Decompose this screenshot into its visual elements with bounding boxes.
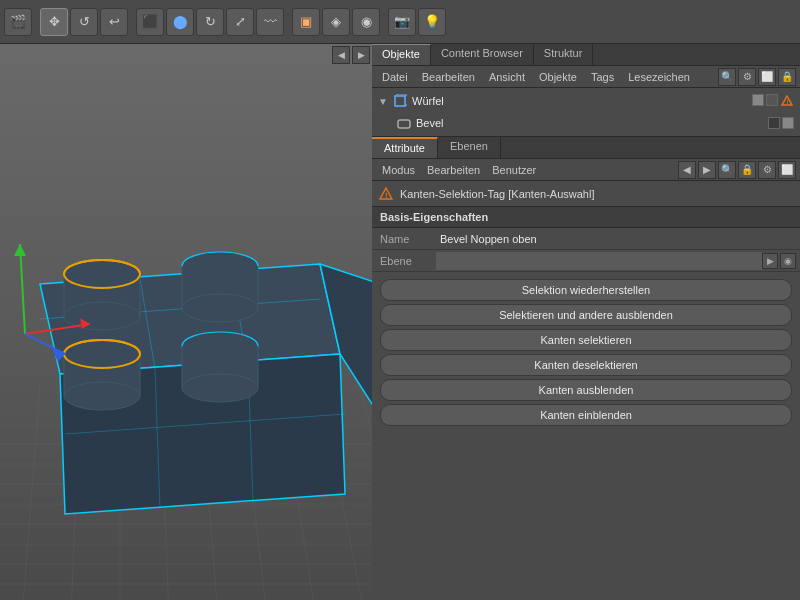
deselect-edges-button[interactable]: Kanten deselektieren [380,354,792,376]
menu-bearbeiten[interactable]: Bearbeiten [416,69,481,85]
nav-search-btn[interactable]: 🔍 [718,161,736,179]
indicator-1[interactable] [752,94,764,106]
svg-point-42 [64,382,140,410]
object-indicators-bevel [768,117,794,129]
prop-row-name: Name Bevel Noppen oben [372,228,800,250]
show-edges-button[interactable]: Kanten einblenden [380,404,792,426]
warning-badge: ! [780,94,794,108]
svg-point-48 [182,374,258,402]
object-name-wuerfel: Würfel [412,95,748,107]
spline-tool[interactable]: 〰 [256,8,284,36]
cube-tool[interactable]: ⬛ [136,8,164,36]
camera-tool[interactable]: 📷 [388,8,416,36]
scale-tool[interactable]: ⤢ [226,8,254,36]
tab-ebenen[interactable]: Ebenen [438,137,501,158]
top-tabs: Objekte Content Browser Struktur [372,44,800,66]
menu-ansicht[interactable]: Ansicht [483,69,531,85]
file-tool[interactable]: 🎬 [4,8,32,36]
search-icon-btn[interactable]: 🔍 [718,68,736,86]
menu-tags[interactable]: Tags [585,69,620,85]
attr-nav-icons: ◀ ▶ 🔍 🔒 ⚙ ⬜ [678,161,796,179]
svg-point-37 [182,294,258,322]
undo-tool[interactable]: ↩ [100,8,128,36]
prop-label-layer: Ebene [376,255,436,267]
object-item-wuerfel[interactable]: ▼ Würfel ! [376,90,796,112]
prop-value-name: Bevel Noppen oben [436,233,796,245]
tab-struktur[interactable]: Struktur [534,44,594,65]
svg-text:!: ! [385,191,388,200]
3d-viewport[interactable]: ◀ ▶ [0,44,372,600]
svg-rect-57 [395,96,405,106]
window-icon-btn[interactable]: ⬜ [758,68,776,86]
viewport-nav: ◀ ▶ [330,44,372,66]
nav-lock-btn[interactable]: 🔒 [738,161,756,179]
viewport-nav-left[interactable]: ◀ [332,46,350,64]
object-menu-bar: Datei Bearbeiten Ansicht Objekte Tags Le… [372,66,800,88]
attr-menu-bearbeiten[interactable]: Bearbeiten [421,162,486,178]
indicator-bevel-2[interactable] [782,117,794,129]
tab-content-browser[interactable]: Content Browser [431,44,534,65]
hide-edges-button[interactable]: Kanten ausblenden [380,379,792,401]
right-panel: Objekte Content Browser Struktur Datei B… [372,44,800,600]
tab-objekte[interactable]: Objekte [372,44,431,65]
menu-objekte[interactable]: Objekte [533,69,583,85]
tag-bar: ! Kanten-Selektion-Tag [Kanten-Auswahl] [372,181,800,207]
select-edges-button[interactable]: Kanten selektieren [380,329,792,351]
menu-icon-group: 🔍 ⚙ ⬜ 🔒 [718,68,796,86]
select-tool[interactable]: ✥ [40,8,68,36]
main-toolbar: 🎬 ✥ ↺ ↩ ⬛ ⬤ ↻ ⤢ 〰 ▣ ◈ ◉ 📷 💡 [0,0,800,44]
svg-rect-65 [398,120,410,128]
cube-icon [392,93,408,109]
object-name-bevel: Bevel [416,117,764,129]
layer-btn-group: ▶ ◉ [762,253,796,269]
main-layout: ◀ ▶ [0,44,800,600]
sphere-tool[interactable]: ⬤ [166,8,194,36]
prop-label-name: Name [376,233,436,245]
viewport-nav-right[interactable]: ▶ [352,46,370,64]
menu-datei[interactable]: Datei [376,69,414,85]
layer-arrow-btn[interactable]: ▶ [762,253,778,269]
prop-input-layer[interactable] [436,252,762,270]
menu-lesezeichen[interactable]: Lesezeichen [622,69,696,85]
move-tool[interactable]: ↺ [70,8,98,36]
expand-arrow-wuerfel[interactable]: ▼ [378,96,388,107]
bevel-icon [396,115,412,131]
tag-warning-icon: ! [378,186,394,202]
nurbs-tool[interactable]: ▣ [292,8,320,36]
settings-icon-btn[interactable]: ⚙ [738,68,756,86]
attr-menu-benutzer[interactable]: Benutzer [486,162,542,178]
effector-tool[interactable]: ◉ [352,8,380,36]
light-tool[interactable]: 💡 [418,8,446,36]
tag-label: Kanten-Selektion-Tag [Kanten-Auswahl] [400,188,594,200]
object-indicators-wuerfel: ! [752,94,794,108]
lock-icon-btn[interactable]: 🔒 [778,68,796,86]
object-list: ▼ Würfel ! Bevel [372,88,800,137]
attribute-tabs: Attribute Ebenen [372,137,800,159]
attribute-menu: Modus Bearbeiten Benutzer ◀ ▶ 🔍 🔒 ⚙ ⬜ [372,159,800,181]
prop-row-layer: Ebene ▶ ◉ [372,250,800,272]
indicator-bevel-1[interactable] [768,117,780,129]
properties-panel: Basis-Eigenschaften Name Bevel Noppen ob… [372,207,800,600]
tab-attribute[interactable]: Attribute [372,137,438,158]
scene-svg [0,44,372,600]
rotate-tool[interactable]: ↻ [196,8,224,36]
nav-settings-btn[interactable]: ⚙ [758,161,776,179]
indicator-2[interactable] [766,94,778,106]
svg-text:!: ! [787,99,789,105]
restore-selection-button[interactable]: Selektion wiederherstellen [380,279,792,301]
nav-prev-btn[interactable]: ◀ [678,161,696,179]
layer-extra-btn[interactable]: ◉ [780,253,796,269]
object-item-bevel[interactable]: Bevel [376,112,796,134]
section-header-basis: Basis-Eigenschaften [372,207,800,228]
nav-window-btn[interactable]: ⬜ [778,161,796,179]
select-hide-others-button[interactable]: Selektieren und andere ausblenden [380,304,792,326]
deformer-tool[interactable]: ◈ [322,8,350,36]
nav-next-btn[interactable]: ▶ [698,161,716,179]
action-buttons-group: Selektion wiederherstellen Selektieren u… [372,272,800,433]
attr-menu-modus[interactable]: Modus [376,162,421,178]
